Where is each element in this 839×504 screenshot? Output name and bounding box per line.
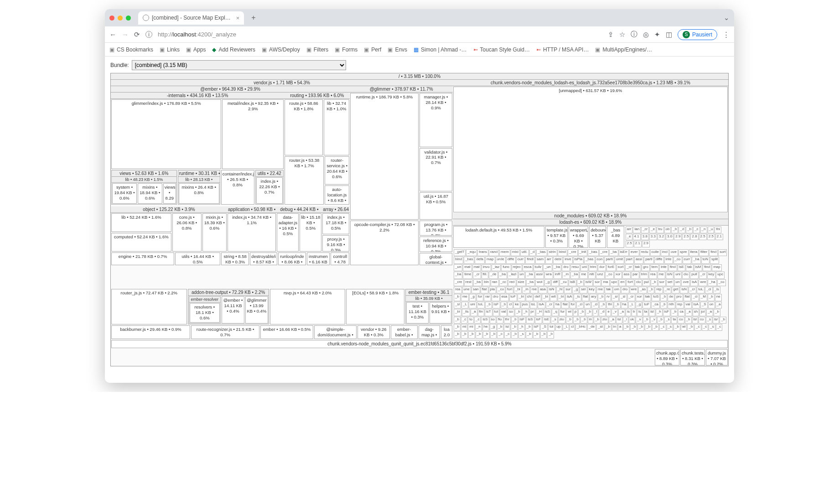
cell-glimmer-reference[interactable]: reference.js • 10.94 KB • 0.3% (420, 237, 452, 251)
cell-container[interactable]: container/index.js • 26.5 KB • 0.8% (222, 170, 254, 189)
bookmark-item[interactable]: ▣MultiApp/Engines/… (595, 46, 652, 53)
chevron-down-icon[interactable]: ⌄ (724, 14, 730, 22)
cell-debo[interactable]: debounce.js • 5.37 KB (590, 226, 606, 245)
bookmark-item[interactable]: ▣Envs (388, 46, 407, 53)
cell-vendor-row[interactable]: vendor • 9.26 KB • 0.3% (358, 326, 389, 339)
cell-engine[interactable]: engine • 21.78 KB • 0.7% (112, 253, 174, 260)
cell-runtime-mixins[interactable]: mixins • 26.4 KB • 0.8% (179, 184, 219, 196)
cell-ember-testing[interactable]: ember-testing • 36.1 (406, 289, 452, 296)
bookmark-item[interactable]: ▣Forms (335, 46, 357, 53)
cell-lodash-chunk[interactable]: chunk.vendors-node_modules_lodash-es_lod… (453, 80, 728, 86)
cell-et-helpers[interactable]: helpers • 9.91 KB • (430, 303, 451, 315)
cell-chunk-app[interactable]: chunk.app.09 • 8.89 KB • 0.3% (655, 350, 679, 365)
cell-template[interactable]: template.js • 9.57 KB • 0.3% (546, 226, 567, 245)
cell-views-mixins[interactable]: mixins • 18.94 KB • 0.6% (138, 184, 162, 202)
cell-addon-ember[interactable]: @ember • 14.11 KB • 0.4% (222, 297, 244, 315)
bookmark-item[interactable]: ▦Simon | Ahmad -… (414, 46, 467, 53)
cell-utils-row[interactable]: utils • 16.44 KB • 0.5% (176, 253, 220, 265)
cell-instrument[interactable]: instrumen • 6.16 KB • (307, 253, 330, 265)
cell-utils[interactable]: utils • 22.42 (256, 170, 284, 177)
menu-icon[interactable]: ⋮ (723, 31, 730, 39)
cell-array-index[interactable]: index.js • 17.18 KB • 0.5% (323, 214, 349, 232)
cell-glimmer-util[interactable]: util.js • 16.87 KB • 0.5% (420, 193, 452, 206)
browser-tab[interactable]: [combined] - Source Map Expl… × (138, 11, 244, 25)
cell-views-system[interactable]: system • 19.84 KB • 0.6% (113, 184, 136, 202)
cell-glimmer-program[interactable]: program.js • 13.76 KB • 0.4% (420, 221, 452, 235)
cell-runloop[interactable]: runloop/inde • 8.06 KB • 0.2% (279, 253, 305, 265)
cell-eols[interactable]: [EOLs] • 58.9 KB • 1.8% (347, 289, 404, 297)
bookmark-item[interactable]: ▣Perf (364, 46, 381, 53)
cell-qunit[interactable]: chunk.vendors-node_modules_qunit_qunit_j… (112, 340, 727, 348)
treemap-root[interactable]: / • 3.15 MB • 100.0% (111, 73, 728, 80)
cell-destroyable[interactable]: destroyable/i • 8.57 KB • 0.3% (250, 253, 277, 265)
cell-routing-lib[interactable]: lib • 32.74 KB • 1.0% (324, 100, 349, 113)
cell-string[interactable]: string • 8.58 KB • 0.3% (222, 253, 248, 265)
cell-views-lib[interactable]: lib • 48.23 KB • 1.5% (112, 177, 176, 183)
cell-utils-index[interactable]: index.js • 22.26 KB • 0.7% (257, 178, 283, 196)
new-tab-button[interactable]: + (248, 12, 259, 24)
cell-router-service[interactable]: router-service.js • 20.64 KB • 0.6% (325, 157, 349, 180)
cell-glimmer-opcode[interactable]: opcode-compiler.js • 72.08 KB • 2.2% (351, 221, 418, 234)
star-icon[interactable]: ☆ (619, 31, 625, 39)
cell-glimmer[interactable]: @glimmer • 378.97 KB • 11.7% (350, 86, 453, 93)
back-icon[interactable]: ← (109, 31, 116, 38)
cell-ember-resolvers[interactable]: resolvers • 18.1 KB • 0.6% (190, 303, 219, 322)
cell-node-modules[interactable]: node_modules • 609.02 KB • 18.9% (453, 213, 728, 219)
cell-glimmer-index[interactable]: glimmer/index.js • 176.89 KB • 5.5% (112, 100, 221, 107)
cell-runtime[interactable]: runtime • 30.31 KB • 1.0% (178, 170, 220, 177)
cell-internals[interactable]: -internals • 434.16 KB • 13.5% (111, 93, 284, 99)
cell-application[interactable]: application • 50.98 KB • (227, 206, 276, 213)
cell-route-js[interactable]: route.js • 58.86 KB • 1.8% (285, 100, 322, 113)
cell-wrapp[interactable]: wrapperLodash.js • 6.69 KB • 0.2% (569, 226, 588, 247)
close-tab-icon[interactable]: × (236, 15, 240, 21)
bookmark-item[interactable]: ➵HTTP / MSA API… (536, 46, 589, 53)
bookmark-item[interactable]: ▣CS Bookmarks (109, 46, 153, 53)
cell-unmapped[interactable]: [unmapped] • 631.57 KB • 19.6% (454, 87, 727, 94)
cell-debug-data[interactable]: data-adapter.js • 16 KB • 0.5% (277, 214, 298, 237)
cell-debug-lib[interactable]: lib • 15.18 KB • 0.5% (300, 214, 321, 232)
cell-bas[interactable]: _bas 4.89 KB (607, 226, 623, 245)
cell-dummy[interactable]: dummy.js • 7.07 KB • 0.2% (706, 350, 727, 365)
cell-object-computed[interactable]: computed • 52.24 KB • 1.6% (112, 233, 171, 241)
cell-rsvp[interactable]: rsvp.js • 64.43 KB • 2.0% (270, 289, 345, 297)
url-display[interactable]: http://localhost:4200/_analyze (158, 31, 236, 38)
cell-backburner[interactable]: backburner.js • 29.46 KB • 0.9% (112, 326, 190, 333)
bundle-select[interactable]: [combined] (3.15 MB) (132, 60, 346, 70)
close-icon[interactable] (109, 15, 114, 21)
cell-debug[interactable]: debug • 44.24 KB • (276, 206, 322, 213)
cell-router-js2[interactable]: router_js.js • 72.47 KB • 2.2% (112, 289, 186, 297)
cell-et-test[interactable]: test • 11.16 KB • 0.3% (407, 303, 428, 321)
cell-simple-dom[interactable]: @simple-dom/document.js • 11.5 KB • 0.4% (315, 326, 356, 339)
panel-icon[interactable]: ◫ (666, 31, 672, 39)
cell-object-mixin[interactable]: mixin.js • 18.39 KB • 0.6% (203, 214, 226, 232)
cell-object-lib[interactable]: lib • 52.24 KB • 1.6% (112, 214, 171, 221)
info2-icon[interactable]: ⓘ (631, 30, 637, 39)
cell-chunk-tests[interactable]: chunk.tests.2 • 8.31 KB • 0.3% (681, 350, 704, 365)
cell-addon-tree[interactable]: addon-tree-output • 72.29 KB • 2.2% (188, 289, 269, 296)
share-icon[interactable]: ⇪ (608, 31, 614, 39)
cell-glimmer-validator[interactable]: validator.js • 22.91 KB • 0.7% (420, 149, 452, 167)
cell-lodash-default[interactable]: lodash.default.js • 49.53 KB • 1.5% (454, 226, 544, 234)
bookmark-item[interactable]: ▣AWS/Deploy (262, 46, 300, 53)
bookmark-item[interactable]: ▣Filters (306, 46, 329, 53)
cell-metal-index[interactable]: metal/index.js • 92.35 KB • 2.9% (223, 100, 283, 113)
cell-glimmer-runtime[interactable]: runtime.js • 186.79 KB • 5.8% (351, 93, 418, 101)
cell-addon-glimmer[interactable]: @glimmer • 13.99 KB • 0.4% (246, 297, 268, 315)
cell-glimmer-manager[interactable]: manager.js • 28.14 KB • 0.9% (420, 93, 452, 112)
bookmark-item[interactable]: ▣Links (160, 46, 180, 53)
cell-auto-location[interactable]: auto-location.js • 8.6 KB • (325, 186, 349, 204)
reload-icon[interactable]: ⟳ (134, 31, 140, 39)
extensions-icon[interactable]: ✦ (654, 31, 660, 39)
cell-vendor[interactable]: vendor.js • 1.71 MB • 54.3% (111, 80, 453, 86)
cell-lodash-es[interactable]: lodash-es • 609.02 KB • 18.9% (453, 219, 728, 226)
cell-router-js[interactable]: router.js • 53.38 KB • 1.7% (285, 157, 323, 170)
cell-views[interactable]: views • 52.63 KB • 1.6% (112, 170, 176, 177)
cell-routing[interactable]: routing • 193.96 KB • 6.0% (284, 93, 350, 99)
cell-object[interactable]: object • 125.22 KB • 3.9% (111, 206, 227, 213)
maximize-icon[interactable] (126, 15, 131, 21)
cell-views-views[interactable]: views • 8.29 (164, 184, 176, 202)
profile-chip[interactable]: S Pausiert (678, 29, 717, 40)
minimize-icon[interactable] (118, 15, 123, 21)
cell-loa[interactable]: loa 2.0 (441, 326, 452, 339)
cell-array-proxy[interactable]: proxy.js • 9.16 KB • 0.3% (323, 236, 349, 251)
